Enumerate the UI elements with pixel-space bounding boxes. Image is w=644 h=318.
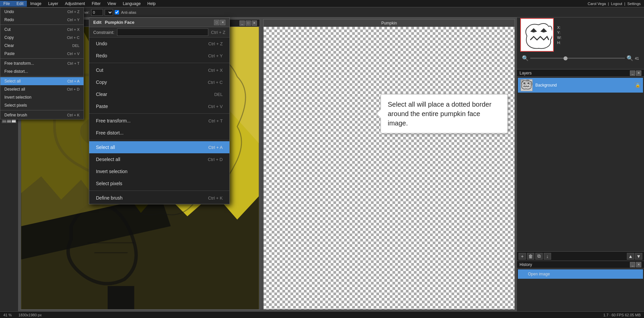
face-window-close[interactable]: ✕ <box>252 20 257 26</box>
menu-filter[interactable]: Filter <box>88 1 104 7</box>
layer-move-down[interactable]: ▼ <box>635 253 642 260</box>
history-close[interactable]: ✕ <box>636 262 641 267</box>
edit-window-title: Pumpkin Face <box>105 20 135 25</box>
ctx-free-transform[interactable]: Free transform... Ctrl + T <box>0 59 84 67</box>
main-edit-dropdown: Edit Pumpkin Face □ ✕ Constraint: Ctrl +… <box>89 17 230 204</box>
zoom-out-icon[interactable]: 🔍 <box>522 55 529 61</box>
history-item-open[interactable]: 🖼 Open image <box>518 269 643 279</box>
add-layer-button[interactable]: + <box>519 253 526 260</box>
edit-cut[interactable]: Cut Ctrl + X <box>89 64 229 76</box>
ctx-sep-3 <box>0 76 84 76</box>
menu-view[interactable]: View <box>104 1 119 7</box>
svg-rect-15 <box>529 82 532 85</box>
navigator-info: X: Y: W: H: <box>557 18 641 52</box>
edit-copy[interactable]: Copy Ctrl + C <box>89 76 229 88</box>
svg-rect-13 <box>526 80 529 82</box>
edit-redo[interactable]: Redo Ctrl + Y <box>89 50 229 62</box>
grid-cell-4[interactable] <box>2 119 7 123</box>
layers-minimize[interactable]: _ <box>630 70 635 76</box>
edit-deselect-all[interactable]: Deselect all Ctrl + D <box>89 153 229 165</box>
history-open-icon: 🖼 <box>521 271 525 277</box>
pumpkin-image-content: Select all will place a dotted border ar… <box>264 27 515 309</box>
feather-select[interactable] <box>105 9 113 16</box>
ctx-undo[interactable]: Undo Ctrl + Z <box>0 8 84 16</box>
layer-move-up[interactable]: ▲ <box>627 253 634 260</box>
ctx-redo[interactable]: Redo Ctrl + Y <box>0 16 84 24</box>
layer-lock-icon[interactable]: 🔒 <box>635 83 640 88</box>
menu-layer[interactable]: Layer <box>45 1 61 7</box>
layers-close[interactable]: ✕ <box>636 70 641 76</box>
edit-select-all[interactable]: Select all Ctrl + A <box>89 141 229 153</box>
ctx-deselect-all[interactable]: Deselect all Ctrl + D <box>0 85 84 93</box>
ctx-clear[interactable]: Clear DEL <box>0 42 84 50</box>
status-fps: 1.7 · 60 FPS 62.05 MB <box>603 313 641 317</box>
edit-free-transform[interactable]: Free transform... Ctrl + T <box>89 115 229 127</box>
duplicate-layer-button[interactable]: ⧉ <box>535 253 543 260</box>
layer-item-background[interactable]: Background 🔒 <box>518 78 643 93</box>
status-bar: 41 % 1830x1980 px 1.7 · 60 FPS 62.05 MB <box>0 311 644 318</box>
edit-clear[interactable]: Clear DEL <box>89 88 229 100</box>
tooltip-text: Select all will place a dotted border ar… <box>388 101 491 127</box>
nav-thumb-svg <box>522 20 552 50</box>
tooltip-balloon: Select all will place a dotted border ar… <box>380 94 508 134</box>
edit-window-btn-1[interactable]: □ <box>214 20 219 25</box>
merge-layer-button[interactable]: ↓ <box>544 253 551 260</box>
status-dimensions: 1830x1980 px <box>18 313 42 317</box>
edit-paste[interactable]: Paste Ctrl + V <box>89 100 229 112</box>
top-menubar: File Edit Image Layer Adjustment Filter … <box>0 0 644 7</box>
history-header: History _ ✕ <box>517 261 644 268</box>
layers-content: Background 🔒 <box>517 77 644 251</box>
layers-panel: Layers _ ✕ <box>517 69 644 261</box>
constraint-input[interactable] <box>117 29 208 36</box>
feather-input[interactable] <box>91 9 103 16</box>
anti-alias-checkbox[interactable] <box>115 10 119 14</box>
face-window-maximize[interactable]: □ <box>246 20 251 26</box>
right-panel: Navigator _ ✕ <box>517 7 644 311</box>
grid-cell-5[interactable] <box>7 119 11 123</box>
edit-context-menu: Undo Ctrl + Z Redo Ctrl + Y Cut Ctrl + X… <box>0 7 84 119</box>
edit-invert-selection[interactable]: Invert selection <box>89 165 229 177</box>
menu-adjustment[interactable]: Adjustment <box>61 1 88 7</box>
settings-link[interactable]: Settings <box>627 2 641 6</box>
ctx-select-pixels[interactable]: Select pixels <box>0 101 84 109</box>
ctx-paste[interactable]: Paste Ctrl + V <box>0 50 84 58</box>
grid-cell-6[interactable] <box>11 119 16 123</box>
constraint-label: Constraint: <box>93 30 114 35</box>
menu-language[interactable]: Language <box>119 1 144 7</box>
edit-free-distort[interactable]: Free distort... <box>89 127 229 139</box>
edit-sep-4 <box>89 191 229 191</box>
main-edit-header: Edit Pumpkin Face □ ✕ <box>89 18 229 27</box>
navigator-controls: 🔍 🔍 41 <box>519 55 642 61</box>
ctx-free-distort[interactable]: Free distort... <box>0 67 84 75</box>
ctx-copy[interactable]: Copy Ctrl + C <box>0 34 84 42</box>
zoom-slider-track[interactable] <box>530 56 625 61</box>
zoom-in-icon[interactable]: 🔍 <box>627 55 633 61</box>
edit-define-brush[interactable]: Define brush Ctrl + K <box>89 192 229 204</box>
edit-undo[interactable]: Undo Ctrl + Z <box>89 38 229 50</box>
navigator-content: X: Y: W: H: <box>517 15 644 63</box>
ctx-invert-selection[interactable]: Invert selection <box>0 93 84 101</box>
ctx-cut[interactable]: Cut Ctrl + X <box>0 25 84 34</box>
menu-help[interactable]: Help <box>144 1 159 7</box>
history-panel: History _ ✕ 🖼 Open image <box>517 261 644 311</box>
edit-select-pixels[interactable]: Select pixels <box>89 177 229 190</box>
layer-name-background: Background <box>535 83 557 88</box>
navigator-thumbnail[interactable] <box>520 18 554 52</box>
history-content: 🖼 Open image <box>517 268 644 311</box>
edit-sep-1 <box>89 63 229 63</box>
menu-image[interactable]: Image <box>27 1 45 7</box>
edit-window-close-btn[interactable]: ✕ <box>220 20 225 25</box>
face-window-minimize[interactable]: _ <box>239 20 245 26</box>
menu-file[interactable]: File <box>0 1 13 7</box>
history-minimize[interactable]: _ <box>630 262 635 267</box>
ctx-define-brush[interactable]: Define brush Ctrl + K <box>0 111 84 119</box>
toolbar-ribbon: Width: Height: Feather: Anti-alias <box>0 7 644 17</box>
layers-header: Layers _ ✕ <box>517 69 644 77</box>
logout-link[interactable]: Logout <box>611 2 623 6</box>
ctx-select-all[interactable]: Select all Ctrl + A <box>0 77 84 85</box>
delete-layer-button[interactable]: 🗑 <box>527 253 534 260</box>
menu-edit[interactable]: Edit <box>13 1 27 7</box>
navigator-zoom-value: 41 <box>635 56 639 60</box>
edit-sep-3 <box>89 140 229 140</box>
zoom-slider-thumb[interactable] <box>564 56 568 60</box>
